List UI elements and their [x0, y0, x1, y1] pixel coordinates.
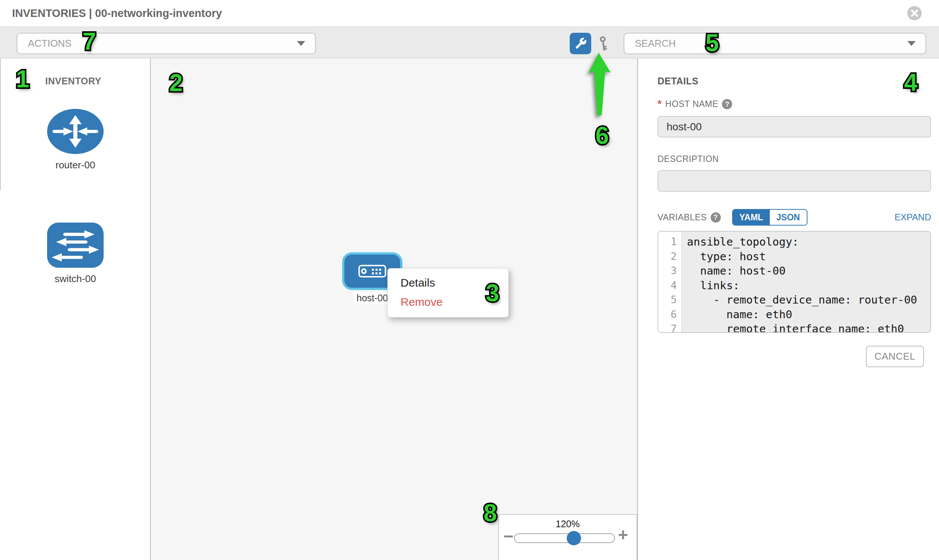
- close-icon: [911, 9, 918, 17]
- details-title: DETAILS: [657, 76, 698, 87]
- host-name-label: HOST NAME: [665, 99, 719, 109]
- code-line: type: host: [687, 249, 930, 264]
- format-toggle: YAML JSON: [732, 209, 808, 226]
- zoom-in-button[interactable]: +: [618, 525, 628, 545]
- host-details-panel: DETAILS * HOST NAME ? DESCRIPTION VARIAB…: [638, 58, 939, 560]
- context-menu-item-remove[interactable]: Remove: [388, 292, 508, 311]
- page-title: INVENTORIES | 00-networking-inventory: [12, 0, 222, 27]
- yaml-toggle-button[interactable]: YAML: [733, 210, 770, 225]
- variables-row: VARIABLES ? YAML JSON EXPAND: [657, 209, 931, 226]
- chevron-down-icon: [907, 41, 916, 46]
- close-button[interactable]: [907, 6, 922, 20]
- zoom-slider-thumb[interactable]: [567, 531, 581, 545]
- code-line: name: eth0: [687, 307, 930, 322]
- expand-link[interactable]: EXPAND: [894, 212, 931, 223]
- code-line: links:: [687, 278, 930, 293]
- code-line: - remote_device_name: router-00: [687, 292, 930, 307]
- help-icon[interactable]: ?: [722, 99, 732, 109]
- line-number: 5: [658, 292, 681, 307]
- palette-item-switch[interactable]: switch-00: [47, 223, 103, 285]
- toolbar: ACTIONS: [0, 27, 939, 58]
- variables-label: VARIABLES: [657, 212, 707, 223]
- zoom-slider-track[interactable]: [514, 533, 615, 543]
- inventory-sidebar: INVENTORY router-00: [0, 58, 151, 560]
- palette-item-label: switch-00: [47, 273, 103, 285]
- editor-line-numbers: 1 2 3 4 5 6 7: [658, 232, 682, 332]
- json-toggle-button[interactable]: JSON: [770, 210, 807, 225]
- host-name-input[interactable]: [657, 116, 931, 137]
- code-line: name: host-00: [687, 264, 930, 278]
- inventories-topology-window: INVENTORIES | 00-networking-inventory AC…: [0, 0, 939, 560]
- context-menu-item-details[interactable]: Details: [388, 273, 508, 292]
- router-icon: [47, 109, 103, 154]
- topology-canvas[interactable]: host-00 Details Remove 120% − +: [151, 58, 638, 560]
- inventory-title: INVENTORY: [45, 76, 101, 87]
- line-number: 6: [658, 307, 681, 322]
- line-number: 1: [658, 235, 681, 249]
- key-icon: [596, 35, 612, 52]
- zoom-control-panel: 120% − +: [498, 514, 637, 560]
- help-icon[interactable]: ?: [711, 212, 721, 223]
- actions-dropdown[interactable]: ACTIONS: [17, 33, 316, 54]
- line-number: 4: [658, 278, 681, 293]
- line-number: 2: [658, 249, 681, 264]
- search-placeholder: SEARCH: [635, 38, 907, 49]
- line-number: 7: [658, 322, 681, 333]
- page-header: INVENTORIES | 00-networking-inventory: [0, 0, 939, 27]
- zoom-out-button[interactable]: −: [503, 526, 513, 546]
- actions-dropdown-label: ACTIONS: [28, 38, 297, 49]
- zoom-percentage: 120%: [499, 518, 637, 529]
- palette-item-label: router-00: [47, 159, 103, 171]
- description-label-row: DESCRIPTION: [657, 154, 719, 164]
- required-asterisk: *: [657, 99, 661, 109]
- host-name-label-row: * HOST NAME ?: [657, 99, 732, 109]
- wrench-icon: [574, 37, 587, 50]
- switch-icon: [47, 223, 103, 268]
- editor-code-area[interactable]: ansible_topology: type: host name: host-…: [682, 232, 930, 332]
- search-dropdown[interactable]: SEARCH: [624, 33, 926, 54]
- description-input[interactable]: [657, 170, 931, 192]
- code-line: ansible_topology:: [687, 235, 930, 249]
- chevron-down-icon: [297, 41, 305, 46]
- sidebar-edge-line: [0, 58, 1, 190]
- credentials-key-button[interactable]: [595, 35, 613, 52]
- node-context-menu: Details Remove: [387, 268, 509, 317]
- palette-item-router[interactable]: router-00: [47, 109, 103, 171]
- toolbox-button[interactable]: [570, 33, 591, 54]
- cancel-button[interactable]: CANCEL: [866, 346, 924, 367]
- host-icon: [358, 265, 387, 278]
- description-label: DESCRIPTION: [657, 154, 719, 164]
- line-number: 3: [658, 264, 681, 278]
- code-line: remote_interface_name: eth0: [687, 322, 930, 333]
- variables-code-editor[interactable]: 1 2 3 4 5 6 7 ansible_topology: type: ho…: [657, 231, 931, 333]
